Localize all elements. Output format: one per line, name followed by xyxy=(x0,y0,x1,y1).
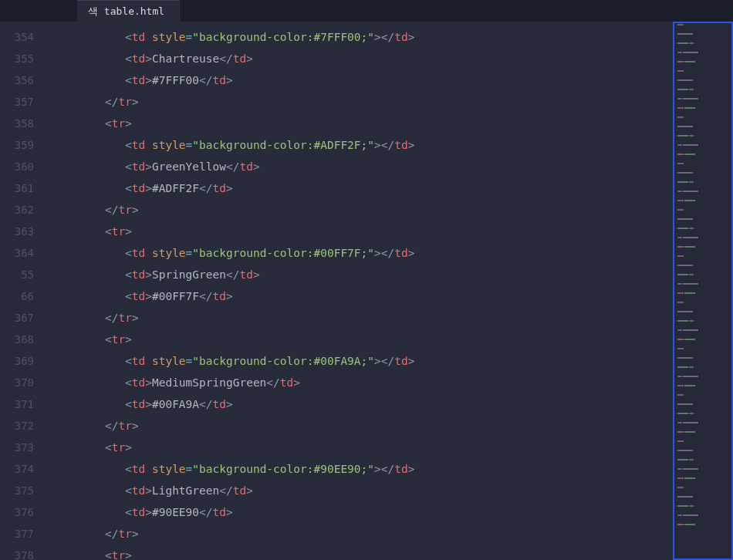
code-line[interactable]: <td>MediumSpringGreen</td> xyxy=(52,372,673,393)
minimap-line xyxy=(677,385,728,386)
minimap-line xyxy=(677,107,728,109)
minimap-line xyxy=(677,42,728,44)
code-line[interactable]: <tr> xyxy=(52,113,673,134)
minimap-line xyxy=(677,33,728,35)
minimap-line xyxy=(677,431,728,433)
minimap-line xyxy=(677,468,728,470)
minimap-line xyxy=(677,496,728,498)
minimap-line xyxy=(677,228,728,229)
line-number[interactable]: 360 xyxy=(0,156,34,177)
line-number[interactable]: 368 xyxy=(0,329,34,350)
minimap-line xyxy=(677,237,728,238)
minimap-line xyxy=(677,163,728,164)
code-line[interactable]: <td style="background-color:#00FA9A;"></… xyxy=(52,350,673,372)
code-line[interactable]: <td style="background-color:#90EE90;"></… xyxy=(52,458,673,480)
line-number[interactable]: 358 xyxy=(0,113,34,134)
code-line[interactable]: <tr> xyxy=(52,437,673,458)
minimap-line xyxy=(677,422,728,423)
line-number[interactable]: 363 xyxy=(0,221,34,242)
line-number[interactable]: 369 xyxy=(0,350,34,372)
code-line[interactable]: <td style="background-color:#ADFF2F;"></… xyxy=(52,134,673,156)
line-number[interactable]: 377 xyxy=(0,523,34,545)
code-content[interactable]: <td style="background-color:#7FFF00;"></… xyxy=(52,22,673,560)
code-line[interactable]: <td style="background-color:#7FFF00;"></… xyxy=(52,26,673,48)
minimap-line xyxy=(677,218,728,220)
minimap-line xyxy=(677,98,728,100)
line-number[interactable]: 364 xyxy=(0,242,34,264)
tab-title: 색 table.html xyxy=(88,5,164,19)
line-number[interactable]: 371 xyxy=(0,393,34,415)
code-line[interactable]: <td>LightGreen</td> xyxy=(52,480,673,501)
line-number[interactable]: 357 xyxy=(0,91,34,113)
minimap-line xyxy=(677,413,728,414)
line-number[interactable]: 378 xyxy=(0,545,34,560)
minimap-line xyxy=(677,126,728,127)
code-line[interactable]: <td>GreenYellow</td> xyxy=(52,156,673,177)
code-line[interactable]: <td>SpringGreen</td> xyxy=(52,264,673,285)
line-number[interactable]: 374 xyxy=(0,458,34,480)
fold-column[interactable] xyxy=(42,22,52,560)
code-line[interactable]: </tr> xyxy=(52,199,673,221)
line-number[interactable]: 362 xyxy=(0,199,34,221)
code-line[interactable]: <tr> xyxy=(52,221,673,242)
minimap-line xyxy=(677,366,728,368)
line-number[interactable]: 367 xyxy=(0,307,34,329)
minimap-line xyxy=(677,200,728,201)
minimap-line xyxy=(677,376,728,377)
code-line[interactable]: </tr> xyxy=(52,523,673,545)
line-number[interactable]: 355 xyxy=(0,48,34,69)
minimap-line xyxy=(677,79,728,81)
minimap-line xyxy=(677,394,728,396)
code-line[interactable]: </tr> xyxy=(52,307,673,329)
minimap-line xyxy=(677,339,728,340)
code-line[interactable]: <tr> xyxy=(52,329,673,350)
code-line[interactable]: <td>#90EE90</td> xyxy=(52,501,673,523)
minimap-line xyxy=(677,477,728,479)
line-number[interactable]: 359 xyxy=(0,134,34,156)
tab-file[interactable]: 색 table.html xyxy=(77,0,180,22)
minimap-line xyxy=(677,209,728,211)
code-line[interactable]: <tr> xyxy=(52,545,673,560)
minimap-line xyxy=(677,116,728,118)
line-number[interactable]: 66 xyxy=(0,285,34,307)
minimap-line xyxy=(677,283,728,285)
line-number-gutter[interactable]: 3543553563573583593603613623633645566367… xyxy=(0,22,42,560)
minimap-line xyxy=(677,459,728,460)
minimap-line xyxy=(677,311,728,312)
minimap-line xyxy=(677,329,728,331)
code-line[interactable]: </tr> xyxy=(52,91,673,113)
minimap-line xyxy=(677,450,728,451)
minimap-line xyxy=(677,348,728,349)
code-line[interactable]: <td style="background-color:#00FF7F;"></… xyxy=(52,242,673,264)
minimap-line xyxy=(677,24,728,25)
code-line[interactable]: </tr> xyxy=(52,415,673,437)
minimap-line xyxy=(677,514,728,516)
minimap-line xyxy=(677,144,728,146)
line-number[interactable]: 376 xyxy=(0,501,34,523)
line-number[interactable]: 375 xyxy=(0,480,34,501)
code-line[interactable]: <td>#7FFF00</td> xyxy=(52,69,673,91)
editor-area: 3543553563573583593603613623633645566367… xyxy=(0,22,733,560)
minimap-line xyxy=(677,191,728,192)
minimap-line xyxy=(677,255,728,257)
line-number[interactable]: 55 xyxy=(0,264,34,285)
minimap-line xyxy=(677,357,728,359)
code-line[interactable]: <td>#00FA9A</td> xyxy=(52,393,673,415)
line-number[interactable]: 354 xyxy=(0,26,34,48)
minimap-line xyxy=(677,181,728,183)
line-number[interactable]: 370 xyxy=(0,372,34,393)
minimap-line xyxy=(677,403,728,405)
line-number[interactable]: 373 xyxy=(0,437,34,458)
tab-spacer xyxy=(0,0,77,22)
minimap-line xyxy=(677,487,728,488)
minimap[interactable] xyxy=(673,22,733,560)
minimap-line xyxy=(677,320,728,322)
code-line[interactable]: <td>#ADFF2F</td> xyxy=(52,177,673,199)
code-line[interactable]: <td>Chartreuse</td> xyxy=(52,48,673,69)
minimap-line xyxy=(677,61,728,62)
line-number[interactable]: 372 xyxy=(0,415,34,437)
code-line[interactable]: <td>#00FF7F</td> xyxy=(52,285,673,307)
line-number[interactable]: 361 xyxy=(0,177,34,199)
tab-bar: 색 table.html xyxy=(0,0,733,22)
line-number[interactable]: 356 xyxy=(0,69,34,91)
